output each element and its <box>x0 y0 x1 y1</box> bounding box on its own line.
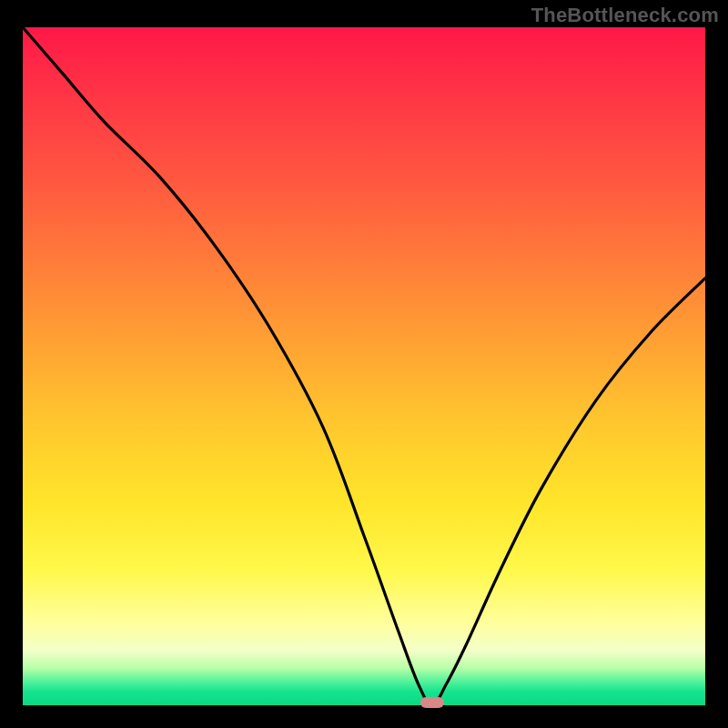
plot-area <box>23 27 705 705</box>
optimal-marker <box>420 697 444 708</box>
chart-frame: TheBottleneck.com <box>0 0 728 728</box>
attribution-text: TheBottleneck.com <box>531 4 719 27</box>
bottleneck-curve <box>23 27 705 705</box>
